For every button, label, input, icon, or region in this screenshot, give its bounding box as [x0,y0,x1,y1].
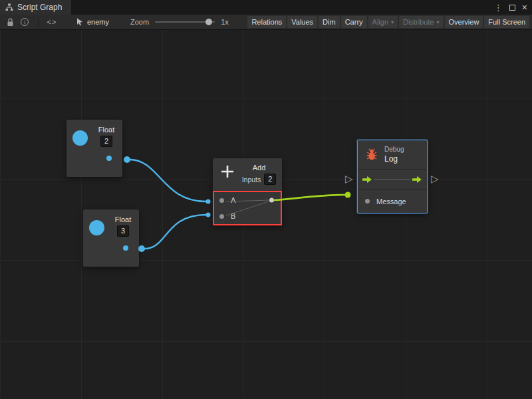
toolbar-buttons: Relations Values Dim Carry Align▾ Distri… [247,16,529,28]
zoom-slider-knob[interactable] [205,19,212,25]
debug-category: Debug [384,146,404,153]
debug-title: Log [384,154,404,164]
flow-input-triangle-icon[interactable]: ▷ [345,174,353,184]
zoom-value: 1x [221,18,229,26]
add-output-port[interactable] [269,198,274,203]
graph-name-label: enemy [87,18,109,26]
float2-value-port[interactable] [89,220,104,235]
toolbar-button-values[interactable]: Values [287,16,317,28]
flow-in-arrow-icon[interactable] [362,176,372,184]
add-port-row-b: B [214,208,281,224]
debug-flow-row [358,170,427,190]
flow-output-triangle-icon[interactable]: ▷ [431,174,439,184]
graph-breadcrumb[interactable]: enemy [76,18,109,26]
add-port-row-a: A [214,192,281,208]
float2-value-field[interactable]: 3 [117,225,129,237]
bug-icon [365,148,378,161]
graph-canvas[interactable]: Float 2 Float 3 Add Inpu [0,30,532,399]
graph-icon [5,3,13,11]
float1-value-field[interactable]: 2 [100,136,112,147]
add-inputs-label: Inputs [242,176,261,184]
add-input-a-port[interactable] [219,198,224,203]
wire-a-end-dot [206,200,211,204]
debug-message-row: Message [358,190,427,213]
float1-value-port[interactable] [72,130,88,146]
toolbar-button-distribute[interactable]: Distribute▾ [399,16,443,28]
add-input-b-label: B [231,212,235,220]
info-icon[interactable]: i [17,16,32,28]
wire-add-to-message [273,195,345,200]
wire-float2-to-b [144,215,206,249]
toolbar-button-relations[interactable]: Relations [247,16,286,28]
selection-highlight-red: A B [213,191,282,225]
toolbar-button-align[interactable]: Align▾ [368,16,398,28]
zoom-label: Zoom [130,18,149,26]
tab-script-graph[interactable]: Script Graph [0,0,71,15]
toolbar-button-dim[interactable]: Dim [319,16,340,28]
toolbar-button-carry[interactable]: Carry [341,16,367,28]
add-node[interactable]: Add Inputs 2 A B [213,158,282,225]
float-node-1[interactable]: Float 2 [66,120,122,177]
tab-title: Script Graph [17,3,62,12]
zoom-control: Zoom 1x [130,17,229,27]
toolbar-separator [38,18,39,27]
title-bar: Script Graph ⋮ × [0,0,532,15]
float1-output-port[interactable] [106,156,112,161]
wire-float1-to-a [130,160,206,201]
plus-icon [219,164,235,180]
float2-title: Float [115,215,131,223]
more-menu-icon[interactable]: ⋮ [494,3,503,12]
debug-message-label: Message [376,198,406,205]
window-controls: ⋮ × [494,0,527,15]
float-node-2[interactable]: Float 3 [83,209,139,267]
wire-float2-start-dot [138,245,145,252]
toolbar-button-overview[interactable]: Overview [445,16,483,28]
close-icon[interactable]: × [522,3,527,12]
wire-message-end-dot [345,192,351,198]
flow-out-arrow-icon[interactable] [412,176,422,184]
dropdown-caret-icon: ▾ [391,19,394,25]
wire-float1-start-dot [124,156,130,163]
script-graph-window: Script Graph ⋮ × i <> enemy Zoom [0,0,532,399]
add-inputs-count-field[interactable]: 2 [264,174,276,185]
zoom-slider[interactable] [155,17,215,27]
add-input-a-label: A [231,196,235,204]
lock-icon[interactable] [3,16,17,28]
maximize-icon[interactable] [509,5,515,11]
debug-message-port[interactable] [365,199,370,203]
pointer-icon [76,18,83,26]
wire-b-end-dot [206,213,211,217]
add-title: Add [253,164,266,172]
float1-title: Float [98,126,114,134]
dropdown-caret-icon: ▾ [437,19,440,25]
debug-log-node[interactable]: Debug Log Message [357,140,428,213]
float2-output-port[interactable] [123,245,128,251]
toolbar-button-fullscreen[interactable]: Full Screen [484,16,529,28]
code-icon[interactable]: <> [45,16,59,28]
add-input-b-port[interactable] [219,214,224,219]
graph-toolbar: i <> enemy Zoom 1x Relations Values Dim … [0,15,532,30]
